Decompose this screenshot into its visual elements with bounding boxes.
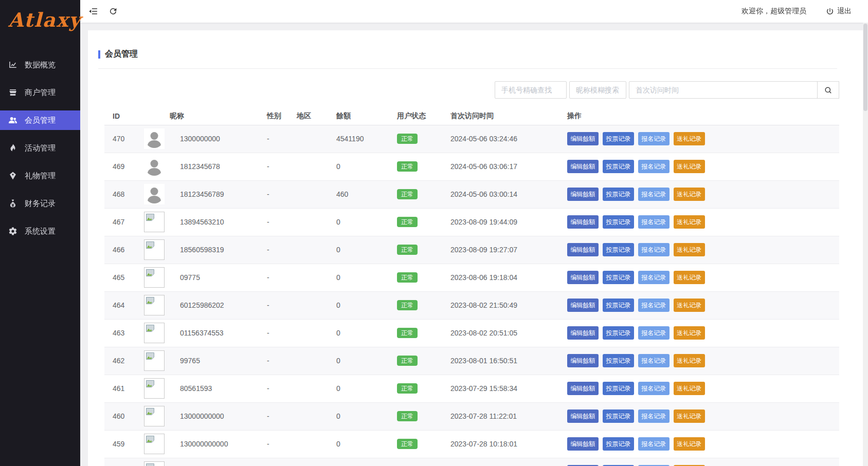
refresh-icon[interactable] — [107, 6, 119, 17]
cell-first-visit: 2023-08-02 21:50:49 — [442, 291, 559, 319]
gift-records-button[interactable]: 送礼记录 — [674, 160, 705, 173]
nickname-search-input[interactable] — [569, 81, 626, 99]
cell-avatar — [136, 236, 170, 264]
vertical-scrollbar[interactable] — [863, 23, 868, 466]
gift-records-button[interactable]: 送礼记录 — [674, 215, 705, 229]
cell-actions: 编辑餘額 投票记录 报名记录 送礼记录 — [559, 153, 839, 180]
vote-records-button[interactable]: 投票记录 — [603, 354, 634, 367]
edit-balance-button[interactable]: 编辑餘額 — [567, 354, 599, 367]
vote-records-button[interactable]: 投票记录 — [603, 271, 634, 284]
sidebar-item-settings[interactable]: 系统设置 — [0, 221, 80, 241]
cell-region — [288, 458, 328, 466]
table-row: 459 130000000000 - 0 正常 2023-07-28 10:18… — [104, 430, 839, 458]
cell-status: 正常 — [389, 347, 442, 375]
header-balance: 餘額 — [328, 108, 389, 125]
cell-gender: - — [259, 180, 288, 208]
edit-balance-button[interactable]: 编辑餘額 — [567, 188, 599, 201]
signup-records-button[interactable]: 报名记录 — [638, 299, 670, 312]
status-badge: 正常 — [397, 356, 418, 366]
cell-balance: 0 — [328, 153, 389, 180]
gift-records-button[interactable]: 送礼记录 — [674, 132, 705, 145]
status-badge: 正常 — [397, 272, 418, 283]
signup-records-button[interactable]: 报名记录 — [638, 354, 670, 367]
signup-records-button[interactable]: 报名记录 — [638, 271, 670, 284]
vote-records-button[interactable]: 投票记录 — [603, 437, 634, 451]
cell-status: 正常 — [389, 319, 442, 347]
vote-records-button[interactable]: 投票记录 — [603, 409, 634, 423]
gift-records-button[interactable]: 送礼记录 — [674, 326, 705, 340]
menu-fold-icon[interactable] — [87, 6, 99, 17]
edit-balance-button[interactable]: 编辑餘額 — [567, 271, 599, 284]
edit-balance-button[interactable]: 编辑餘額 — [567, 160, 599, 173]
signup-records-button[interactable]: 报名记录 — [638, 215, 670, 229]
edit-balance-button[interactable]: 编辑餘額 — [567, 409, 599, 423]
cell-balance: 0 — [328, 236, 389, 264]
gift-records-button[interactable]: 送礼记录 — [674, 271, 705, 284]
edit-balance-button[interactable]: 编辑餘額 — [567, 132, 599, 145]
signup-records-button[interactable]: 报名记录 — [638, 243, 670, 256]
vote-records-button[interactable]: 投票记录 — [603, 188, 634, 201]
edit-balance-button[interactable]: 编辑餘額 — [567, 437, 599, 451]
vote-records-button[interactable]: 投票记录 — [603, 299, 634, 312]
phone-search-input[interactable] — [495, 81, 567, 99]
gift-records-button[interactable]: 送礼记录 — [674, 382, 705, 395]
cell-avatar — [136, 430, 170, 458]
vote-records-button[interactable]: 投票记录 — [603, 326, 634, 340]
cell-status: 正常 — [389, 458, 442, 466]
scrollbar-thumb[interactable] — [863, 24, 867, 111]
signup-records-button[interactable]: 报名记录 — [638, 132, 670, 145]
sidebar-item-merchants[interactable]: 商户管理 — [0, 83, 80, 102]
cell-nickname: 1300000000 — [170, 125, 259, 153]
gift-records-button[interactable]: 送礼记录 — [674, 188, 705, 201]
cell-nickname: 01156374553 — [170, 319, 259, 347]
edit-balance-button[interactable]: 编辑餘額 — [567, 243, 599, 256]
gift-records-button[interactable]: 送礼记录 — [674, 299, 705, 312]
cell-avatar — [136, 264, 170, 291]
cell-first-visit — [442, 458, 559, 466]
gift-records-button[interactable]: 送礼记录 — [674, 437, 705, 451]
signup-records-button[interactable]: 报名记录 — [638, 326, 670, 340]
signup-records-button[interactable]: 报名记录 — [638, 382, 670, 395]
vote-records-button[interactable]: 投票记录 — [603, 382, 634, 395]
edit-balance-button[interactable]: 编辑餘額 — [567, 326, 599, 340]
vote-records-button[interactable]: 投票记录 — [603, 160, 634, 173]
cell-balance: 460 — [328, 180, 389, 208]
cell-nickname: 1812345678 — [170, 153, 259, 180]
signup-records-button[interactable]: 报名记录 — [638, 409, 670, 423]
edit-balance-button[interactable]: 编辑餘額 — [567, 382, 599, 395]
cell-first-visit: 2023-08-09 19:27:07 — [442, 236, 559, 264]
edit-balance-button[interactable]: 编辑餘額 — [567, 299, 599, 312]
vote-records-button[interactable]: 投票记录 — [603, 215, 634, 229]
search-button[interactable] — [817, 81, 839, 99]
sidebar-item-members[interactable]: 会员管理 — [0, 110, 80, 130]
gear-icon — [8, 226, 18, 236]
signup-records-button[interactable]: 报名记录 — [638, 160, 670, 173]
sidebar-item-finance[interactable]: 财务记录 — [0, 194, 80, 213]
gift-records-button[interactable]: 送礼记录 — [674, 409, 705, 423]
logout-button[interactable]: 退出 — [826, 7, 852, 16]
edit-balance-button[interactable]: 编辑餘額 — [567, 215, 599, 229]
signup-records-button[interactable]: 报名记录 — [638, 437, 670, 451]
cell-status: 正常 — [389, 208, 442, 236]
member-avatar — [144, 378, 165, 399]
cell-nickname: 60125986202 — [170, 291, 259, 319]
cell-actions: 编辑餘額 投票记录 报名记录 送礼记录 — [559, 347, 839, 375]
sidebar-item-gifts[interactable]: 礼物管理 — [0, 166, 80, 185]
sidebar-item-activities[interactable]: 活动管理 — [0, 138, 80, 158]
sidebar-item-label: 财务记录 — [25, 199, 56, 209]
status-badge: 正常 — [397, 189, 418, 199]
cell-status: 正常 — [389, 125, 442, 153]
cell-actions: 编辑餘額 投票记录 报名记录 送礼记录 — [559, 402, 839, 430]
gift-records-button[interactable]: 送礼记录 — [674, 243, 705, 256]
broken-image-icon — [146, 214, 154, 221]
status-badge: 正常 — [397, 383, 418, 394]
sidebar-item-data-overview[interactable]: 数据概览 — [0, 55, 80, 74]
first-visit-time-input[interactable] — [629, 81, 818, 99]
signup-records-button[interactable]: 报名记录 — [638, 188, 670, 201]
member-table-body: 470 1300000000 - 4541190 正常 2024-05-06 0… — [104, 125, 839, 466]
gift-records-button[interactable]: 送礼记录 — [674, 354, 705, 367]
vote-records-button[interactable]: 投票记录 — [603, 132, 634, 145]
vote-records-button[interactable]: 投票记录 — [603, 243, 634, 256]
table-row: 461 80561593 - 0 正常 2023-07-29 15:58:34 — [104, 375, 839, 402]
cell-first-visit: 2023-08-01 16:50:51 — [442, 347, 559, 375]
